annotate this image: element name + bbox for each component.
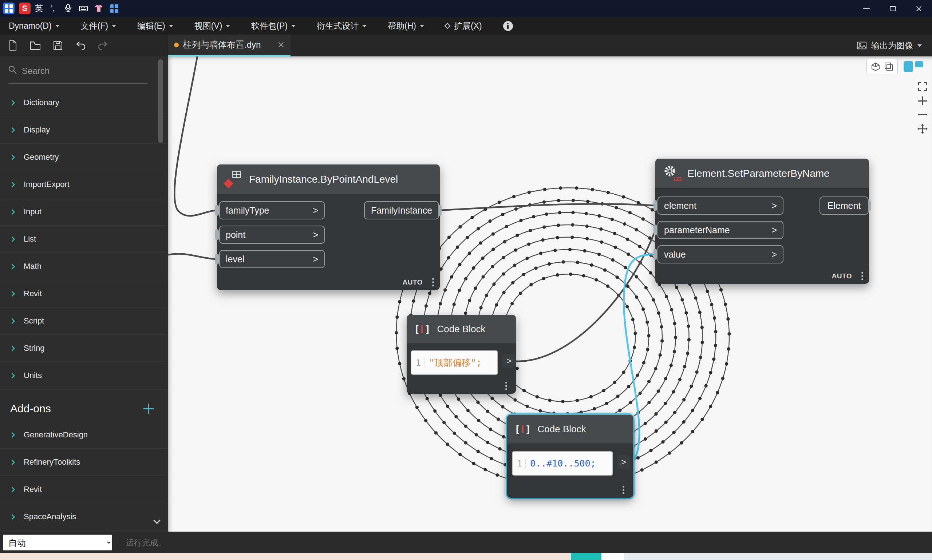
sidebar-item-list[interactable]: List: [0, 226, 168, 253]
sidebar-item-units[interactable]: Units: [0, 362, 168, 389]
run-bar: 自动 运行完成。: [0, 532, 932, 553]
node-title: Element.SetParameterByName: [687, 168, 830, 179]
port-familytype[interactable]: familyType>: [219, 201, 325, 219]
run-mode-select[interactable]: 自动: [3, 535, 112, 551]
zoom-out-icon[interactable]: [918, 114, 927, 115]
sidebar-item-revit[interactable]: Revit: [0, 280, 168, 308]
node-context-menu-icon[interactable]: [432, 278, 434, 286]
menu-view[interactable]: 视图(V): [194, 20, 230, 32]
sidebar-item-generativedesign[interactable]: GenerativeDesign: [0, 422, 168, 449]
chevron-right-icon: [9, 182, 15, 188]
workspace-tab[interactable]: 柱列与墙体布置.dyn: [168, 35, 291, 56]
info-icon[interactable]: [503, 21, 513, 31]
gear-icon: 123: [662, 165, 681, 183]
node-context-menu-icon[interactable]: [861, 272, 863, 280]
menu-dynamo[interactable]: Dynamo(D): [9, 21, 60, 31]
toolbox-icon[interactable]: [108, 3, 119, 14]
ime-language-toggle[interactable]: 英: [35, 3, 43, 14]
code-output-port[interactable]: >: [502, 354, 516, 368]
node-code-block-1[interactable]: [] Code Block 1 "顶部偏移"; >: [407, 315, 516, 394]
menu-file[interactable]: 文件(F): [81, 20, 116, 32]
lacing-auto-label[interactable]: AUTO: [403, 278, 423, 286]
sidebar-item-revit-addon[interactable]: Revit: [0, 476, 168, 503]
sidebar-item-math[interactable]: Math: [0, 253, 168, 280]
close-button[interactable]: [906, 0, 932, 17]
search-input[interactable]: [22, 63, 142, 79]
input-connector[interactable]: [653, 249, 657, 260]
zoom-in-icon[interactable]: [918, 97, 927, 105]
taskbar-segment: [571, 553, 601, 560]
geometry-preview-toggle[interactable]: [866, 59, 898, 74]
port-output-element[interactable]: Element: [820, 197, 869, 215]
lacing-auto-label[interactable]: AUTO: [832, 272, 852, 280]
pan-icon[interactable]: [917, 124, 927, 134]
sidebar-item-string[interactable]: String: [0, 335, 168, 362]
menu-label: 帮助(H): [388, 20, 416, 32]
port-level[interactable]: level>: [219, 250, 325, 268]
node-code-block-2[interactable]: [] Code Block 1 0..#10..500; >: [507, 415, 633, 498]
sidebar-item-importexport[interactable]: ImportExport: [0, 171, 168, 198]
maximize-button[interactable]: [880, 0, 906, 17]
port-output-familyinstance[interactable]: FamilyInstance: [364, 201, 439, 219]
chevron-down-icon: [420, 25, 424, 27]
menu-generative-design[interactable]: 衍生式设计: [317, 20, 367, 32]
sogou-logo-icon[interactable]: S: [19, 3, 31, 14]
port-parametername[interactable]: parameterName>: [658, 221, 784, 239]
input-connector[interactable]: [215, 254, 219, 265]
input-connector[interactable]: [215, 229, 219, 240]
code-block-icon: []: [414, 323, 431, 335]
sidebar-item-refinerytoolkits[interactable]: RefineryToolkits: [0, 449, 168, 476]
node-context-menu-icon[interactable]: [505, 382, 507, 390]
sidebar-scrollbar[interactable]: [158, 59, 163, 143]
port-point[interactable]: point>: [219, 226, 325, 244]
node-code-block-2-selected[interactable]: [] Code Block 1 0..#10..500; >: [507, 415, 633, 498]
chevron-right-icon: [9, 459, 15, 465]
graph-view-toggle[interactable]: [902, 59, 925, 74]
node-header[interactable]: [] Code Block: [407, 315, 516, 344]
input-connector[interactable]: [215, 205, 219, 216]
sidebar-item-dictionary[interactable]: Dictionary: [0, 89, 168, 117]
code-editor[interactable]: 1 0..#10..500;: [512, 451, 613, 475]
fit-view-icon[interactable]: [918, 82, 927, 91]
sidebar-item-script[interactable]: Script: [0, 308, 168, 335]
ime-punctuation-toggle[interactable]: ’,: [47, 3, 58, 14]
node-familyinstance-bypointandlevel[interactable]: FamilyInstance.ByPointAndLevel familyTyp…: [217, 165, 440, 290]
menu-edit[interactable]: 编辑(E): [137, 20, 173, 32]
tab-close-icon[interactable]: [277, 41, 285, 48]
node-header[interactable]: FamilyInstance.ByPointAndLevel: [217, 165, 440, 194]
menu-help[interactable]: 帮助(H): [388, 20, 424, 32]
node-header[interactable]: [] Code Block: [507, 415, 633, 444]
microphone-icon[interactable]: [63, 3, 74, 14]
sidebar-item-label: Script: [24, 316, 44, 326]
input-connector[interactable]: [653, 225, 657, 235]
new-file-button[interactable]: [6, 39, 19, 52]
open-file-button[interactable]: [29, 39, 42, 52]
port-element[interactable]: element>: [658, 197, 784, 215]
save-button[interactable]: [52, 39, 64, 52]
redo-button[interactable]: [97, 39, 109, 52]
input-connector[interactable]: [653, 200, 657, 211]
port-arrow-icon: >: [772, 249, 777, 260]
sidebar-item-display[interactable]: Display: [0, 117, 168, 144]
node-context-menu-icon[interactable]: [622, 486, 624, 494]
add-package-icon[interactable]: [143, 403, 154, 414]
soft-keyboard-icon[interactable]: [78, 3, 89, 14]
menu-extensions[interactable]: 扩展(X): [445, 20, 482, 32]
code-editor[interactable]: 1 "顶部偏移";: [411, 351, 498, 375]
minimize-button[interactable]: [853, 0, 880, 17]
node-header[interactable]: 123 Element.SetParameterByName: [655, 158, 869, 188]
node-element-setparameterbyname[interactable]: 123 Element.SetParameterByName element> …: [655, 158, 869, 284]
port-label: element: [664, 200, 696, 211]
export-label: 输出为图像: [871, 40, 913, 51]
port-value[interactable]: value>: [658, 245, 784, 263]
sidebar-item-geometry[interactable]: Geometry: [0, 144, 168, 171]
graph-canvas[interactable]: FamilyInstance.ByPointAndLevel familyTyp…: [168, 56, 932, 532]
chevron-right-icon: [9, 291, 15, 297]
skin-icon[interactable]: [93, 3, 104, 14]
sidebar-item-spaceanalysis[interactable]: SpaceAnalysis: [0, 503, 168, 531]
sidebar-item-input[interactable]: Input: [0, 198, 168, 226]
menu-packages[interactable]: 软件包(P): [251, 20, 296, 32]
code-output-port[interactable]: >: [617, 455, 630, 469]
export-as-image-button[interactable]: 输出为图像: [857, 35, 922, 56]
undo-button[interactable]: [74, 39, 87, 52]
